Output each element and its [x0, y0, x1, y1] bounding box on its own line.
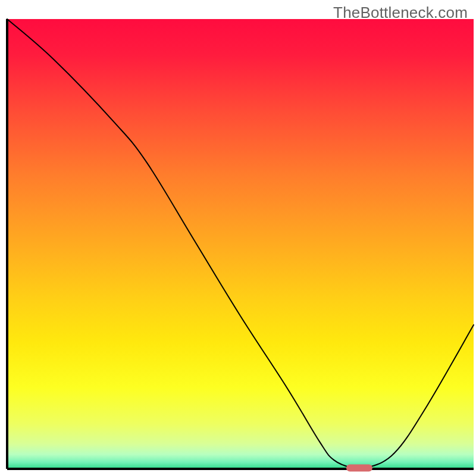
watermark-text: TheBottleneck.com [333, 4, 468, 22]
chart-svg [0, 0, 476, 476]
bottleneck-chart: TheBottleneck.com [0, 0, 476, 476]
plot-background [7, 19, 474, 469]
optimum-marker [346, 464, 372, 471]
